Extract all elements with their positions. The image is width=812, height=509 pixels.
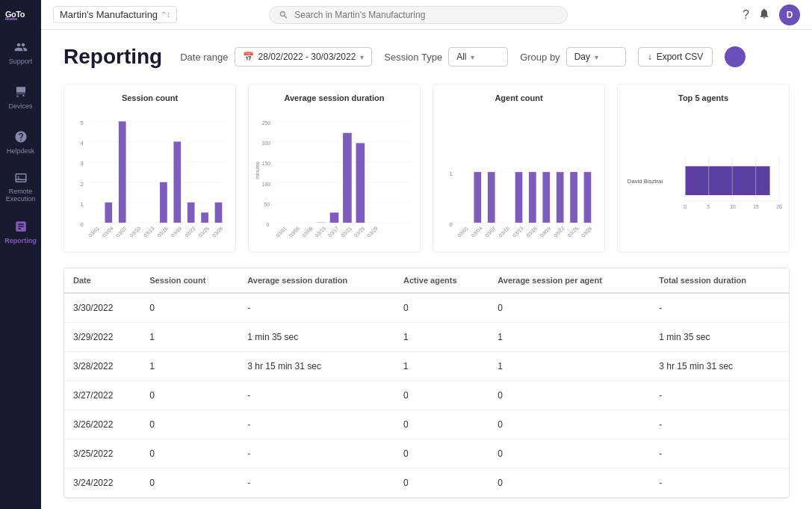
sidebar: GoTo Resolve Support Devices Helpdesk Re… [0,0,41,509]
cell-session-count: 0 [140,469,238,498]
table-row: 3/29/2022 1 1 min 35 sec 1 1 1 min 35 se… [64,323,789,352]
data-table-container: Date Session count Average session durat… [63,268,790,499]
helpdesk-icon [13,129,28,144]
export-csv-button[interactable]: ↓ Export CSV [638,47,713,67]
top5-agents-chart: Top 5 agents David Bisztrai 0 5 10 15 20 [617,84,790,253]
svg-text:0: 0 [266,222,269,227]
svg-text:03/04: 03/04 [102,226,114,238]
top5-agents-title: Top 5 agents [624,93,783,102]
sidebar-item-label: Remote Execution [0,188,41,203]
table-row: 3/28/2022 1 3 hr 15 min 31 sec 1 1 3 hr … [64,352,789,381]
agent-name-label: David Bisztrai [627,178,663,185]
svg-text:03/19: 03/19 [170,226,183,238]
session-type-button[interactable]: All ▾ [448,47,508,67]
topbar-actions: ? D [743,4,800,25]
top5-agents-svg: David Bisztrai 0 5 10 15 20 [624,108,783,243]
search-input[interactable] [294,10,558,20]
page-title: Reporting [63,45,162,69]
svg-text:03/01: 03/01 [275,226,288,238]
date-range-button[interactable]: 📅 28/02/2022 - 30/03/2022 ▾ [235,47,373,67]
cell-avg-duration: - [238,469,394,498]
cell-avg-per-agent: 0 [489,293,650,323]
help-icon[interactable]: ? [743,8,749,22]
group-by-filter: Group by Day ▾ [520,47,625,67]
svg-text:4: 4 [81,140,84,146]
group-by-button[interactable]: Day ▾ [566,47,626,67]
svg-text:03/07: 03/07 [484,226,497,238]
chevron-down-icon: ▾ [595,53,598,61]
cell-total-duration: - [650,469,789,498]
search-bar[interactable] [269,6,568,24]
agent-count-svg: 0 1 03/01 [439,108,598,243]
svg-rect-72 [529,172,536,223]
svg-rect-87 [685,166,769,195]
remote-execution-icon [13,170,28,185]
sidebar-item-reporting[interactable]: Reporting [0,209,41,254]
company-selector[interactable]: Martin's Manufacturing ⌃↕ [53,6,177,23]
user-filter-avatar[interactable] [725,46,746,67]
sidebar-item-label: Helpdesk [7,147,35,155]
cell-total-duration: 3 hr 15 min 31 sec [650,352,789,381]
cell-avg-per-agent: 0 [489,410,650,439]
topbar: Martin's Manufacturing ⌃↕ ? D [41,0,812,30]
session-count-svg: 0 1 2 3 4 5 [70,108,229,243]
user-avatar[interactable]: D [779,4,800,25]
svg-text:03/05: 03/05 [288,226,300,238]
col-session-count: Session count [140,268,238,293]
svg-text:03/28: 03/28 [580,226,593,238]
svg-text:20: 20 [776,204,782,209]
data-table: Date Session count Average session durat… [64,268,789,498]
svg-text:03/01: 03/01 [87,226,100,238]
page-header: Reporting Date range 📅 28/02/2022 - 30/0… [63,45,790,69]
svg-rect-16 [119,121,126,223]
search-icon [279,10,288,20]
col-avg-duration: Average session duration [238,268,394,293]
cell-avg-per-agent: 1 [489,323,650,352]
avg-session-duration-title: Average session duration [255,93,414,102]
svg-rect-74 [557,172,564,223]
cell-active-agents: 1 [394,323,489,352]
sidebar-item-devices[interactable]: Devices [0,75,41,120]
svg-text:3: 3 [81,160,84,167]
cell-active-agents: 0 [394,410,489,439]
sidebar-item-support[interactable]: Support [0,30,41,75]
cell-date: 3/30/2022 [64,293,140,323]
notification-icon[interactable] [758,7,770,22]
app-logo: GoTo Resolve [0,0,41,30]
svg-text:100: 100 [262,182,271,187]
sidebar-item-label: Support [9,58,33,65]
svg-text:03/26: 03/26 [211,226,224,238]
sidebar-item-label: Reporting [4,237,37,244]
cell-avg-per-agent: 0 [489,381,650,410]
svg-rect-20 [173,141,181,222]
sidebar-item-remote-execution[interactable]: Remote Execution [0,164,41,209]
svg-text:03/25: 03/25 [197,226,210,238]
svg-text:Resolve: Resolve [5,16,17,20]
svg-text:1: 1 [450,170,453,177]
svg-text:03/04: 03/04 [471,226,483,238]
date-range-filter: Date range 📅 28/02/2022 - 30/03/2022 ▾ [180,47,372,67]
content-area: Reporting Date range 📅 28/02/2022 - 30/0… [41,30,812,509]
svg-text:03/17: 03/17 [327,226,340,238]
col-date: Date [64,268,140,293]
svg-rect-19 [160,182,167,223]
cell-avg-duration: - [238,293,394,323]
cell-avg-per-agent: 0 [489,439,650,469]
col-avg-per-agent: Average session per agent [489,268,650,293]
cell-avg-duration: - [238,410,394,439]
svg-text:5: 5 [707,204,710,209]
session-type-value: All [456,52,466,62]
svg-text:03/07: 03/07 [115,226,128,238]
export-label: Export CSV [657,52,704,62]
cell-session-count: 0 [140,439,238,469]
svg-text:03/16: 03/16 [156,226,169,238]
svg-text:03/13: 03/13 [143,226,155,238]
support-icon [13,40,28,55]
svg-text:03/13: 03/13 [314,226,326,238]
sidebar-item-helpdesk[interactable]: Helpdesk [0,120,41,164]
sidebar-item-label: Devices [8,102,32,110]
cell-session-count: 0 [140,381,238,410]
cell-date: 3/24/2022 [64,469,140,498]
reporting-icon [13,219,28,234]
svg-rect-21 [187,203,195,223]
